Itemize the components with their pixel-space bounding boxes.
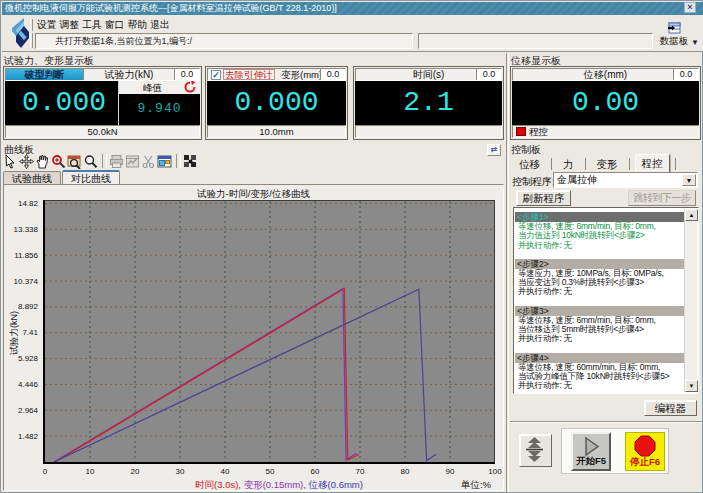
program-step-list[interactable]: <步骤1>等速位移, 速度: 6mm/min, 目标: 0mm,当力值达到 10… bbox=[513, 207, 699, 394]
deform-display-group: ✓ 去除引伸计 变形(mm) 0.0 0.000 10.0mm bbox=[205, 66, 348, 140]
curve-tab-0[interactable]: 试验曲线 bbox=[3, 171, 61, 184]
x-tick-label: 30 bbox=[168, 467, 192, 476]
menu-item-5[interactable]: 退出 bbox=[149, 18, 171, 33]
y-tick-label: 5.928 bbox=[18, 354, 38, 363]
curve-panel-corner-icon[interactable]: ⇄ bbox=[487, 144, 501, 156]
tab-separator bbox=[551, 158, 552, 170]
databoard-dropdown-arrow[interactable]: ▼ bbox=[690, 38, 700, 46]
app-window: 微机控制电液伺服万能试验机测控系统—[金属材料室温拉伸试验(GB/T 228.1… bbox=[0, 0, 703, 493]
close-button[interactable]: × bbox=[684, 2, 696, 13]
menu-grip[interactable] bbox=[30, 19, 33, 31]
combo-dropdown-arrow[interactable]: ▼ bbox=[682, 174, 696, 186]
marker-icon[interactable] bbox=[183, 154, 198, 169]
start-button[interactable]: 开始F5 bbox=[571, 432, 611, 471]
databoard-button[interactable]: 数据板 ▼ bbox=[657, 22, 691, 52]
scroll-down-button[interactable]: ▼ bbox=[685, 380, 698, 392]
x-tick-label: 100 bbox=[483, 467, 507, 476]
menu-item-4[interactable]: 帮助 bbox=[126, 18, 148, 33]
control-tabs: 位移力变形程控 bbox=[513, 155, 699, 171]
step-4-line-3: 并执行动作: 无 bbox=[515, 381, 684, 390]
jump-next-step-button[interactable]: 跳转到下一步 bbox=[628, 190, 696, 206]
jog-arrows-icon bbox=[520, 435, 549, 464]
menu-item-2[interactable]: 工具 bbox=[81, 18, 103, 33]
jog-crosshead-button[interactable] bbox=[519, 434, 552, 467]
program-label: 控制程序: bbox=[512, 175, 555, 189]
displacement-display-group: 位移(mm) 0.0 0.00 程控 bbox=[510, 66, 701, 140]
window-title: 微机控制电液伺服万能试验机测控系统—[金属材料室温拉伸试验(GB/T 228.1… bbox=[5, 3, 337, 13]
legend-item-1: 变形(0.15mm), bbox=[244, 479, 309, 490]
toolbar-separator bbox=[176, 154, 181, 168]
hand-icon[interactable] bbox=[35, 154, 50, 169]
control-tab-3[interactable]: 程控 bbox=[635, 154, 670, 173]
programmer-button[interactable]: 编程器 bbox=[644, 400, 697, 416]
control-tab-0[interactable]: 位移 bbox=[513, 156, 546, 173]
displacement-mode: 程控 bbox=[512, 125, 699, 138]
menu-item-0[interactable]: 设置 bbox=[36, 18, 58, 33]
deform-corner-value: 0.0 bbox=[320, 69, 345, 80]
control-tab-2[interactable]: 变形 bbox=[591, 156, 624, 173]
x-tick-label: 10 bbox=[78, 467, 102, 476]
step-2-line-3: 并执行动作: 无 bbox=[515, 287, 684, 296]
extensometer-checkbox[interactable]: ✓ bbox=[211, 70, 221, 80]
status-field-secondary bbox=[418, 33, 653, 49]
extensometer-label[interactable]: 去除引伸计 bbox=[223, 69, 275, 80]
curve-tab-1[interactable]: 对比曲线 bbox=[62, 170, 120, 184]
y-tick-label: 8.892 bbox=[18, 302, 38, 311]
step-list-scrollbar[interactable]: ▲ ▼ bbox=[684, 209, 697, 392]
chart-plot-area[interactable] bbox=[43, 200, 495, 464]
tab-separator bbox=[675, 158, 676, 170]
peak-value: 9.940 bbox=[119, 94, 200, 125]
peak-reset-icon[interactable] bbox=[184, 81, 196, 93]
move-icon[interactable] bbox=[19, 154, 34, 169]
x-tick-label: 60 bbox=[303, 467, 327, 476]
force-display-group: 破型判断 试验力(kN) 0.0 0.000 峰值 9.940 50.0kN bbox=[3, 66, 202, 140]
tab-separator bbox=[585, 158, 586, 170]
menu-item-3[interactable]: 窗口 bbox=[104, 18, 126, 33]
scroll-up-button[interactable]: ▲ bbox=[685, 209, 698, 221]
displacement-corner-value: 0.0 bbox=[673, 69, 698, 80]
x-tick-label: 20 bbox=[123, 467, 147, 476]
legend-item-0: 时间(3.0s), bbox=[195, 479, 244, 490]
panel-divider bbox=[506, 53, 509, 492]
force-display: 0.000 峰值 9.940 bbox=[5, 81, 200, 125]
status-field: 共打开数据1条,当前位置为1,编号:/ bbox=[35, 33, 413, 49]
control-separator bbox=[510, 421, 702, 423]
y-tick-label: 1.482 bbox=[18, 432, 38, 441]
chart-unit-label: 单位:% bbox=[461, 479, 491, 492]
report-icon[interactable] bbox=[125, 154, 140, 169]
refresh-program-button[interactable]: 刷新程序 bbox=[516, 190, 571, 206]
x-tick-label: 70 bbox=[348, 467, 372, 476]
y-tick-label: 7.41 bbox=[22, 328, 38, 337]
displacement-header: 位移(mm) 0.0 bbox=[512, 68, 699, 81]
status-grip[interactable] bbox=[30, 33, 33, 48]
step-1-line-3: 并执行动作: 无 bbox=[515, 241, 684, 250]
print-icon[interactable] bbox=[109, 154, 124, 169]
deform-label: 变形(mm) bbox=[281, 69, 320, 80]
zoom-area-icon[interactable] bbox=[67, 154, 82, 169]
peak-header: 峰值 bbox=[119, 81, 200, 94]
image-icon[interactable] bbox=[157, 154, 172, 169]
menu-item-1[interactable]: 调整 bbox=[59, 18, 81, 33]
scissors-icon[interactable] bbox=[141, 154, 156, 169]
cursor-icon[interactable] bbox=[3, 154, 18, 169]
y-tick-label: 11.856 bbox=[14, 251, 38, 260]
time-corner-value: 0.0 bbox=[476, 69, 501, 80]
chart-container: 试验力-时间/变形/位移曲线 试验力(kN) 14.8213.33811.856… bbox=[3, 184, 504, 491]
program-combobox[interactable]: 金属拉伸 ▼ bbox=[553, 172, 698, 188]
tab-separator bbox=[629, 158, 630, 170]
control-tab-1[interactable]: 力 bbox=[557, 156, 580, 173]
y-tick-label: 13.338 bbox=[14, 225, 38, 234]
time-value: 2.1 bbox=[355, 81, 502, 125]
zoom-icon[interactable] bbox=[83, 154, 98, 169]
peak-subpanel: 峰值 9.940 bbox=[118, 81, 200, 125]
curve-toolbar bbox=[3, 154, 199, 170]
zoom-in-icon[interactable] bbox=[51, 154, 66, 169]
time-header: 时间(s) 0.0 bbox=[355, 68, 502, 81]
y-tick-label: 4.446 bbox=[18, 380, 38, 389]
force-header: 破型判断 试验力(kN) 0.0 bbox=[5, 68, 200, 81]
displacement-value: 0.00 bbox=[512, 81, 699, 125]
chart-legend: 时间(3.0s), 变形(0.15mm), 位移(0.6mm) bbox=[64, 479, 494, 492]
x-tick-label: 90 bbox=[438, 467, 462, 476]
break-detect-button[interactable]: 破型判断 bbox=[6, 69, 84, 80]
stop-button[interactable]: 停止F6 bbox=[625, 432, 665, 471]
